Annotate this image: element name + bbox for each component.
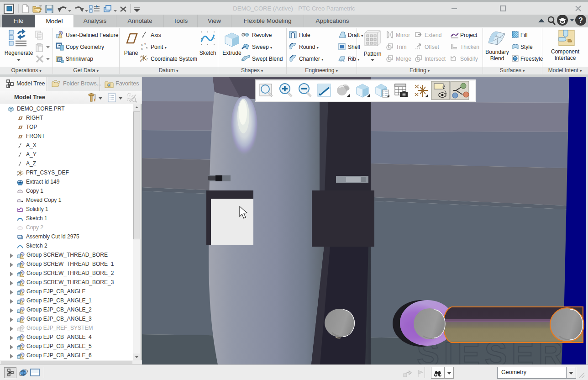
svg-text:x: x: [22, 172, 24, 174]
svg-text:z: z: [140, 59, 142, 62]
svg-text:?: ?: [578, 16, 583, 24]
svg-text:x: x: [141, 43, 143, 46]
svg-text:x: x: [141, 47, 143, 50]
svg-text:x: x: [147, 57, 148, 60]
svg-text:y: y: [140, 55, 142, 58]
svg-text:x: x: [144, 43, 146, 46]
